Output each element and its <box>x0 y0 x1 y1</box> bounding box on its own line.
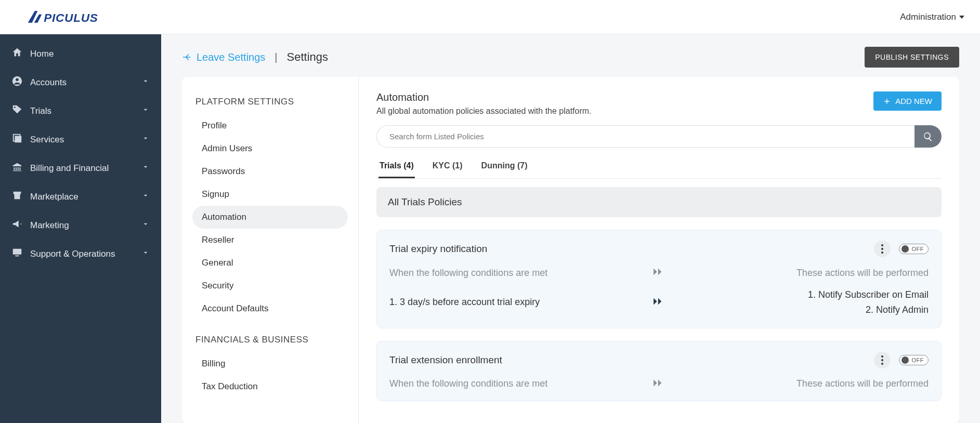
content-title: Automation <box>376 91 592 103</box>
action-line: 2. Notify Admin <box>675 302 929 318</box>
search-bar <box>376 125 942 148</box>
policy-toggle[interactable]: OFF <box>899 244 929 254</box>
tab-kyc[interactable]: KYC (1) <box>432 156 464 178</box>
chevron-down-icon <box>141 105 150 116</box>
plus-icon <box>883 97 891 105</box>
settings-link-reseller[interactable]: Reseller <box>192 229 348 252</box>
monitor-icon <box>11 247 23 261</box>
chevron-down-icon <box>141 248 150 259</box>
settings-link-admin-users[interactable]: Admin Users <box>192 137 348 160</box>
store-icon <box>11 190 23 204</box>
page-header: Leave Settings | Settings PUBLISH SETTIN… <box>161 34 980 77</box>
chevron-down-icon <box>141 163 150 174</box>
leave-label: Leave Settings <box>197 51 265 63</box>
settings-link-profile[interactable]: Profile <box>192 114 348 137</box>
svg-point-4 <box>16 78 19 82</box>
settings-link-automation[interactable]: Automation <box>192 206 348 229</box>
administration-dropdown[interactable]: Administration <box>900 12 964 22</box>
home-icon <box>11 47 23 61</box>
add-new-button[interactable]: ADD NEW <box>873 91 942 111</box>
sidebar-item-trials[interactable]: Trials <box>0 97 161 125</box>
sidebar-item-label: Marketplace <box>30 192 79 202</box>
sidebar-item-support[interactable]: Support & Operations <box>0 240 161 268</box>
kebab-icon <box>881 244 883 254</box>
tabs: Trials (4) KYC (1) Dunning (7) <box>376 156 942 179</box>
svg-point-13 <box>881 355 883 358</box>
add-new-label: ADD NEW <box>895 97 932 105</box>
tab-trials[interactable]: Trials (4) <box>378 156 415 178</box>
publish-settings-button[interactable]: PUBLISH SETTINGS <box>865 47 959 68</box>
shell: Home Accounts Trials Services <box>0 34 980 423</box>
breadcrumb: Leave Settings | Settings <box>182 50 328 64</box>
sidebar-item-label: Marketing <box>30 220 69 231</box>
toggle-knob <box>901 245 909 253</box>
conditions-header: When the following conditions are met <box>389 378 644 389</box>
settings-group-title: PLATFORM SETTINGS <box>195 97 345 107</box>
search-input[interactable] <box>376 125 914 148</box>
sidebar-item-marketplace[interactable]: Marketplace <box>0 182 161 211</box>
actions-header: These actions will be performed <box>675 268 929 279</box>
search-button[interactable] <box>914 125 942 148</box>
svg-point-11 <box>881 248 883 250</box>
sidebar-item-home[interactable]: Home <box>0 39 161 68</box>
svg-rect-8 <box>13 249 22 255</box>
action-line: 1. Notify Subscriber on Email <box>675 287 929 302</box>
policy-menu-button[interactable] <box>874 241 891 257</box>
svg-point-15 <box>881 363 883 365</box>
arrow-icon <box>644 378 675 390</box>
megaphone-icon <box>11 218 23 232</box>
sidebar-item-marketing[interactable]: Marketing <box>0 211 161 240</box>
arrow-left-icon <box>182 52 192 62</box>
content-header: Automation All global automation policie… <box>376 91 942 116</box>
caret-down-icon <box>959 16 964 19</box>
administration-label: Administration <box>900 12 956 22</box>
toggle-knob <box>901 356 909 364</box>
policy-toggle[interactable]: OFF <box>899 355 929 365</box>
sidebar-item-accounts[interactable]: Accounts <box>0 68 161 97</box>
sidebar-item-billing[interactable]: Billing and Financial <box>0 154 161 182</box>
settings-link-general[interactable]: General <box>192 252 348 274</box>
svg-rect-7 <box>15 136 21 142</box>
svg-point-12 <box>881 252 883 254</box>
settings-link-passwords[interactable]: Passwords <box>192 160 348 183</box>
breadcrumb-sep: | <box>275 51 277 63</box>
section-title: All Trials Policies <box>376 187 942 217</box>
svg-rect-9 <box>15 256 19 257</box>
chevron-down-icon <box>141 191 150 202</box>
page-title: Settings <box>287 50 329 64</box>
apiculus-logo-icon: PICULUS <box>12 9 132 25</box>
policy-title: Trial extension enrollment <box>389 354 502 366</box>
topbar: PICULUS Administration <box>0 0 980 34</box>
svg-point-14 <box>881 359 883 361</box>
condition-value: 1. 3 day/s before account trial expiry <box>389 297 644 308</box>
sidebar-item-label: Support & Operations <box>30 249 115 259</box>
sidebar-item-label: Accounts <box>30 77 67 88</box>
arrow-icon <box>644 296 675 309</box>
bank-icon <box>11 161 23 175</box>
tag-icon <box>11 104 23 118</box>
conditions-header: When the following conditions are met <box>389 268 644 279</box>
settings-link-security[interactable]: Security <box>192 274 348 297</box>
policy-card: Trial extension enrollment OFF <box>376 341 942 401</box>
settings-nav: PLATFORM SETTINGS Profile Admin Users Pa… <box>182 77 359 423</box>
content-subtitle: All global automation policies associate… <box>376 107 592 116</box>
settings-link-account-defaults[interactable]: Account Defaults <box>192 297 348 320</box>
search-icon <box>923 131 933 142</box>
settings-link-signup[interactable]: Signup <box>192 183 348 206</box>
settings-group-title: FINANCIALS & BUSINESS <box>195 335 345 345</box>
svg-point-5 <box>14 107 16 108</box>
main: Leave Settings | Settings PUBLISH SETTIN… <box>161 34 980 423</box>
sidebar-item-services[interactable]: Services <box>0 125 161 154</box>
tab-dunning[interactable]: Dunning (7) <box>480 156 529 178</box>
settings-link-tax-deduction[interactable]: Tax Deduction <box>192 375 348 398</box>
actions-header: These actions will be performed <box>675 378 929 389</box>
svg-text:PICULUS: PICULUS <box>44 11 98 24</box>
settings-link-billing[interactable]: Billing <box>192 352 348 375</box>
leave-settings-link[interactable]: Leave Settings <box>182 51 265 63</box>
action-values: 1. Notify Subscriber on Email 2. Notify … <box>675 287 929 318</box>
sidebar-item-label: Trials <box>30 106 51 116</box>
policy-menu-button[interactable] <box>874 352 891 368</box>
sidebar-item-label: Home <box>30 49 54 59</box>
chevron-down-icon <box>141 77 150 88</box>
toggle-label: OFF <box>912 246 924 252</box>
